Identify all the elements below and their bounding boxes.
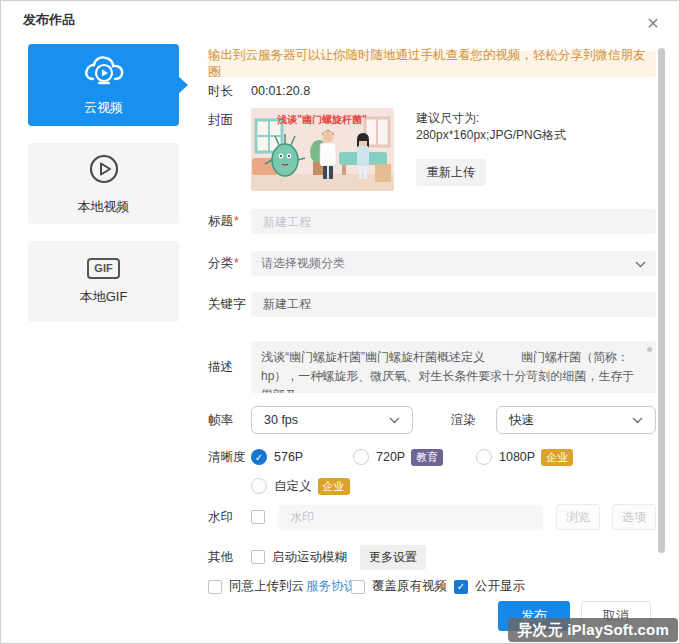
required-asterisk: * (234, 256, 239, 270)
public-display-label: 公开显示 (475, 578, 525, 595)
clarity-option-720p[interactable]: 720P 教育 (353, 449, 476, 466)
keywords-label: 关键字 (208, 296, 251, 313)
publish-dialog: 发布作品 ✕ 云视频 本地视频 GIF 本地GIF 输出到云服务器可以让你随时随… (0, 0, 680, 644)
category-value: 请选择视频分类 (261, 255, 345, 272)
active-arrow (178, 76, 188, 94)
category-select[interactable]: 请选择视频分类 (251, 251, 656, 276)
clarity-row-2: 自定义 企业 (208, 477, 656, 495)
play-circle-icon (87, 152, 121, 189)
framerate-value: 30 fps (264, 413, 298, 427)
duration-row: 时长 00:01:20.8 (208, 81, 656, 101)
site-watermark: 异次元 iPlaySoft.com (508, 618, 678, 642)
framerate-render-row: 帧率 30 fps 渲染 快速 (208, 406, 656, 434)
radio-icon[interactable] (251, 478, 267, 494)
watermark-row: 水印 浏览 选项 (208, 504, 656, 530)
options-button[interactable]: 选项 (612, 504, 656, 530)
other-row: 其他 启动运动模糊 更多设置 (208, 544, 656, 570)
cloud-play-icon (83, 53, 125, 90)
keywords-field (251, 292, 656, 317)
description-text: 浅谈“幽门螺旋杆菌”幽门螺旋杆菌概述定义 幽门螺杆菌（简称：hp），一种螺旋形、… (261, 348, 646, 393)
render-select[interactable]: 快速 (496, 406, 656, 434)
service-agreement-link[interactable]: 服务协议 (306, 578, 356, 595)
description-row: 描述 浅谈“幽门螺旋杆菌”幽门螺旋杆菌概述定义 幽门螺杆菌（简称：hp），一种螺… (208, 341, 656, 393)
title-row: 标题* (208, 209, 656, 234)
agree-upload-label: 同意上传到云 (229, 578, 304, 595)
reupload-button[interactable]: 重新上传 (416, 159, 486, 186)
description-textarea[interactable]: 浅谈“幽门螺旋杆菌”幽门螺旋杆菌概述定义 幽门螺杆菌（简称：hp），一种螺旋形、… (251, 341, 656, 393)
framerate-label: 帧率 (208, 412, 251, 429)
duration-value: 00:01:20.8 (251, 84, 310, 98)
clarity-option-1080p[interactable]: 1080P 企业 (476, 449, 573, 466)
duration-label: 时长 (208, 83, 251, 100)
keywords-input[interactable] (261, 297, 646, 313)
more-settings-button[interactable]: 更多设置 (360, 545, 426, 570)
radio-icon[interactable] (353, 449, 369, 465)
public-display-checkbox-group[interactable]: ✓ 公开显示 (454, 578, 525, 595)
cover-hint-line1: 建议尺寸为: (416, 111, 479, 125)
motion-blur-label: 启动运动模糊 (272, 549, 347, 566)
watermark-label: 水印 (208, 509, 251, 526)
overwrite-label: 覆盖原有视频 (372, 578, 447, 595)
framerate-select[interactable]: 30 fps (251, 406, 413, 434)
cover-label: 封面 (208, 108, 251, 129)
render-value: 快速 (509, 412, 534, 429)
sidebar-item-label: 本地GIF (80, 288, 128, 306)
category-label: 分类* (208, 255, 251, 272)
scrollbar-thumb[interactable] (658, 48, 665, 553)
other-label: 其他 (208, 549, 251, 566)
cover-row: 封面 (208, 108, 656, 191)
clarity-option-576p[interactable]: ✓ 576P (251, 449, 353, 465)
agree-upload-checkbox[interactable] (208, 580, 222, 594)
gif-icon: GIF (87, 258, 119, 279)
sidebar-item-local-video[interactable]: 本地视频 (28, 143, 179, 224)
cover-image: 浅谈"幽门螺旋杆菌" (251, 108, 394, 191)
radio-checked-icon[interactable]: ✓ (251, 449, 267, 465)
clarity-row: 清晰度 ✓ 576P 720P 教育 1080P 企业 (208, 448, 656, 466)
cover-title-text: 浅谈"幽门螺旋杆菌" (276, 114, 367, 125)
scrollbar-dot[interactable] (647, 347, 652, 352)
sidebar-item-label: 本地视频 (78, 198, 130, 216)
clarity-option-custom[interactable]: 自定义 企业 (251, 478, 350, 495)
watermark-field (278, 505, 543, 530)
title-field (251, 209, 656, 234)
title-input[interactable] (261, 214, 646, 230)
title-label: 标题* (208, 213, 251, 230)
cover-hint-line2: 280px*160px;JPG/PNG格式 (416, 128, 566, 142)
category-row: 分类* 请选择视频分类 (208, 251, 656, 276)
agree-upload-checkbox-group[interactable]: 同意上传到云 服务协议 (208, 578, 356, 595)
sidebar-item-label: 云视频 (84, 99, 123, 117)
cloud-upload-notice: 输出到云服务器可以让你随时随地通过手机查看您的视频，轻松分享到微信朋友圈 (208, 51, 656, 77)
cover-size-hint: 建议尺寸为: 280px*160px;JPG/PNG格式 (416, 110, 566, 144)
enterprise-badge: 企业 (541, 449, 573, 466)
render-label: 渲染 (451, 412, 476, 429)
public-display-checkbox[interactable]: ✓ (454, 580, 468, 594)
chevron-down-icon (389, 413, 400, 427)
chevron-down-icon (635, 257, 646, 271)
radio-icon[interactable] (476, 449, 492, 465)
required-asterisk: * (234, 214, 239, 228)
description-label: 描述 (208, 359, 251, 376)
watermark-input[interactable] (288, 509, 533, 525)
sidebar-item-cloud-video[interactable]: 云视频 (28, 44, 179, 126)
clarity-label: 清晰度 (208, 449, 251, 466)
close-icon[interactable]: ✕ (643, 13, 663, 33)
chevron-down-icon (632, 413, 643, 427)
overwrite-checkbox[interactable] (351, 580, 365, 594)
keywords-row: 关键字 (208, 292, 656, 317)
education-badge: 教育 (411, 449, 443, 466)
motion-blur-checkbox[interactable] (251, 550, 265, 564)
watermark-checkbox[interactable] (251, 510, 265, 524)
dialog-title: 发布作品 (23, 11, 75, 29)
browse-button[interactable]: 浏览 (556, 504, 600, 530)
sidebar-item-local-gif[interactable]: GIF 本地GIF (28, 241, 179, 322)
overwrite-checkbox-group[interactable]: 覆盖原有视频 (351, 578, 447, 595)
enterprise-badge: 企业 (318, 478, 350, 495)
